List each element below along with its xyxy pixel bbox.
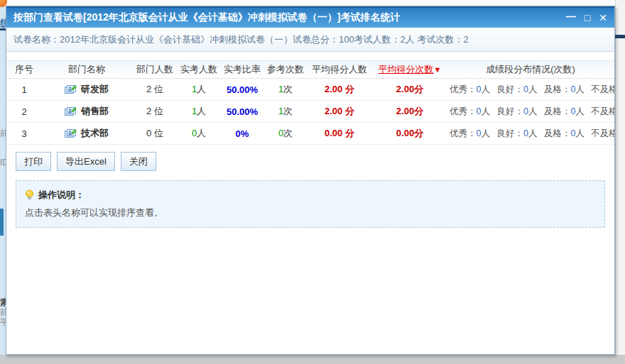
cell-dept-size: 2 位 <box>131 105 178 118</box>
times-unit: 次 <box>283 84 293 94</box>
table-row: 2 销售部 2 位 1人 50.00% 1次 2.00 分 2.00分 优秀：0… <box>6 101 614 123</box>
cell-ratio: 0% <box>219 128 265 139</box>
lightbulb-icon <box>25 189 34 201</box>
background-decoration <box>0 209 4 236</box>
note-body: 点击表头名称可以实现排序查看。 <box>25 206 596 219</box>
cell-actual-count: 0人 <box>178 127 219 140</box>
actual-count-unit: 人 <box>197 128 206 138</box>
dist-excellent: 优秀：0人 <box>450 128 490 138</box>
cell-avg-score-person: 0.00 分 <box>306 127 373 140</box>
close-icon[interactable]: ✕ <box>599 13 607 23</box>
cell-avg-score-times: 2.00分 <box>373 105 447 118</box>
dist-fail: 不及格：1人 <box>591 84 614 94</box>
cell-ratio: 50.00% <box>219 106 265 117</box>
header-avg-score-person[interactable]: 平均得分人数 <box>306 63 373 76</box>
actual-count-unit: 人 <box>197 84 206 94</box>
header-dept-name[interactable]: 部门名称 <box>42 63 131 76</box>
cell-seq: 3 <box>6 128 42 139</box>
cell-avg-score-times: 0.00分 <box>373 127 447 140</box>
department-card-icon <box>65 128 77 138</box>
actual-count-unit: 人 <box>197 106 206 116</box>
header-dept-size[interactable]: 部门人数 <box>131 63 178 76</box>
dist-excellent: 优秀：0人 <box>450 106 490 116</box>
cell-dept-size: 2 位 <box>131 83 178 96</box>
dist-good: 良好：0人 <box>496 128 537 138</box>
dist-pass: 及格：0人 <box>544 106 585 116</box>
dept-name: 研发部 <box>81 83 109 96</box>
action-buttons: 打印 导出Excel 关闭 <box>16 152 614 171</box>
sorted-header-label: 平均得分次数 <box>379 64 434 75</box>
close-button[interactable]: 关闭 <box>121 152 156 171</box>
dept-name: 技术部 <box>81 127 109 140</box>
cell-seq: 1 <box>6 84 42 95</box>
cell-times: 0次 <box>265 127 306 140</box>
note-title: 操作说明： <box>38 189 85 202</box>
department-card-icon <box>65 106 77 116</box>
cell-avg-score-person: 2.00 分 <box>306 83 373 96</box>
dist-pass: 及格：0人 <box>544 84 585 94</box>
cell-score-distribution: 优秀：0人 良好：0人 及格：0人 不及格：1人 <box>447 84 614 96</box>
cell-actual-count: 1人 <box>178 105 219 118</box>
dialog-titlebar[interactable]: 按部门查看试卷[2012年北京版会计从业《会计基础》冲刺模拟试卷（一）]考试排名… <box>6 6 614 28</box>
cell-score-distribution: 优秀：0人 良好：0人 及格：0人 不及格：0人 <box>447 128 614 140</box>
exam-summary-bar: 试卷名称：2012年北京版会计从业《会计基础》冲刺模拟试卷（一）试卷总分：100… <box>6 28 614 52</box>
cell-dept-size: 0 位 <box>131 127 178 140</box>
dist-good: 良好：0人 <box>496 106 537 116</box>
minimize-icon[interactable]: — <box>566 11 576 21</box>
dept-name: 销售部 <box>81 105 109 118</box>
table-row: 3 技术部 0 位 0人 0% 0次 0.00 分 0.00分 优秀：0人 良好… <box>6 123 614 145</box>
print-button[interactable]: 打印 <box>16 152 51 171</box>
background-bottom-band <box>0 355 625 364</box>
cell-times: 1次 <box>265 83 306 96</box>
operation-note-box: 操作说明： 点击表头名称可以实现排序查看。 <box>16 180 605 228</box>
dist-pass: 及格：0人 <box>544 128 585 138</box>
table-header-row: 序号 部门名称 部门人数 实考人数 实考比率 参考次数 平均得分人数 平均得分次… <box>6 60 614 79</box>
cell-actual-count: 1人 <box>178 83 219 96</box>
header-attempt-times[interactable]: 参考次数 <box>265 63 306 76</box>
table-row: 1 研发部 2 位 1人 50.00% 1次 2.00 分 2.00分 优秀：0… <box>6 79 614 101</box>
cell-dept: 技术部 <box>42 127 131 140</box>
cell-score-distribution: 优秀：0人 良好：0人 及格：0人 不及格：1人 <box>447 106 614 118</box>
cell-avg-score-times: 2.00分 <box>373 83 447 96</box>
background-page-left-strip: 统 前位 ID 素 前 平 <box>0 0 6 355</box>
times-unit: 次 <box>283 106 293 116</box>
export-excel-button[interactable]: 导出Excel <box>57 152 115 171</box>
dist-excellent: 优秀：0人 <box>450 84 490 94</box>
header-seq[interactable]: 序号 <box>6 63 42 76</box>
times-unit: 次 <box>283 128 293 138</box>
background-page-right-strip: 非 济 证 <box>615 0 625 355</box>
cell-seq: 2 <box>6 106 42 117</box>
header-score-distribution[interactable]: 成绩段分布情况(次数) <box>447 63 614 76</box>
header-actual-ratio[interactable]: 实考比率 <box>219 63 265 76</box>
dist-good: 良好：0人 <box>496 84 537 94</box>
cell-dept: 销售部 <box>42 105 131 118</box>
dist-fail: 不及格：1人 <box>591 106 614 116</box>
department-card-icon <box>65 84 77 94</box>
maximize-icon[interactable]: □ <box>585 13 590 23</box>
sort-desc-icon: ▼ <box>434 65 442 74</box>
dialog-title: 按部门查看试卷[2012年北京版会计从业《会计基础》冲刺模拟试卷（一）]考试排名… <box>13 11 566 24</box>
header-avg-score-times-sorted[interactable]: 平均得分次数▼ <box>373 63 447 76</box>
cell-dept: 研发部 <box>42 83 131 96</box>
window-controls: — □ ✕ <box>566 13 607 23</box>
background-divider <box>615 35 625 38</box>
cell-ratio: 50.00% <box>219 84 265 95</box>
exam-ranking-dialog: 按部门查看试卷[2012年北京版会计从业《会计基础》冲刺模拟试卷（一）]考试排名… <box>6 6 615 355</box>
cell-avg-score-person: 2.00 分 <box>306 105 373 118</box>
ranking-table: 序号 部门名称 部门人数 实考人数 实考比率 参考次数 平均得分人数 平均得分次… <box>6 60 614 145</box>
dist-fail: 不及格：0人 <box>591 128 614 138</box>
background-divider <box>0 28 6 31</box>
header-actual-count[interactable]: 实考人数 <box>178 63 219 76</box>
cell-times: 1次 <box>265 105 306 118</box>
